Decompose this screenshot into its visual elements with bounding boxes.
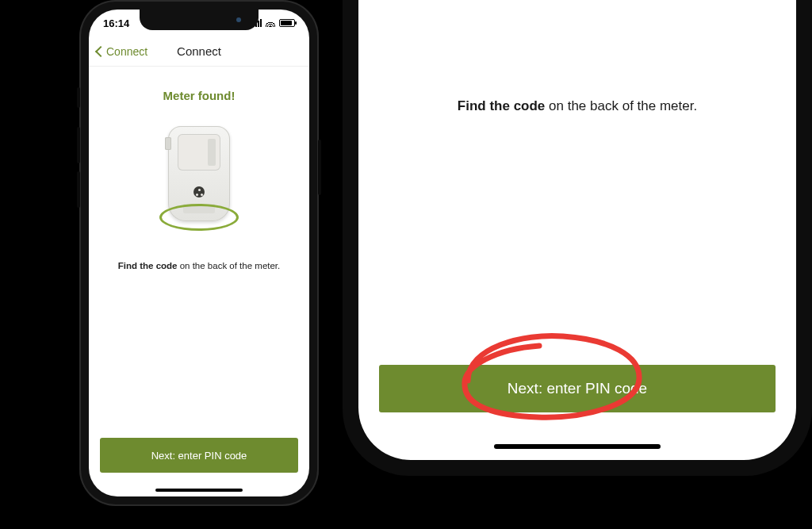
cta-label: Next: enter PIN code [151, 450, 247, 462]
meter-connector-icon [193, 186, 205, 197]
phone-screen-right: Find the code on the back of the meter. … [358, 0, 796, 460]
phone-mockup-right: Find the code on the back of the meter. … [343, 0, 812, 476]
meter-screen-icon [178, 134, 220, 171]
volume-down-button [77, 171, 80, 208]
power-button [318, 140, 321, 195]
home-indicator [494, 444, 661, 449]
phone-screen-left: 16:14 Connect Connect Meter found! [89, 10, 309, 496]
instruction-bold: Find the code [458, 98, 546, 113]
meter-illustration [155, 121, 243, 240]
wifi-icon [265, 19, 276, 27]
notch [140, 10, 259, 30]
battery-icon [279, 19, 295, 27]
meter-port-icon [165, 137, 171, 150]
instruction-rest: on the back of the meter. [545, 98, 697, 113]
back-label: Connect [106, 45, 147, 58]
cta-label: Next: enter PIN code [508, 380, 647, 397]
camera-dot-icon [236, 17, 241, 22]
mute-switch [77, 87, 80, 108]
headline: Meter found! [89, 89, 309, 102]
next-enter-pin-button[interactable]: Next: enter PIN code [100, 438, 298, 473]
home-indicator [155, 489, 243, 492]
content-area: Meter found! Find the code on the back o… [89, 67, 309, 270]
page-title: Connect [177, 44, 221, 58]
nav-bar: Connect Connect [89, 36, 309, 67]
back-button[interactable]: Connect [97, 45, 147, 58]
instruction-text: Find the code on the back of the meter. [89, 261, 309, 270]
next-enter-pin-button[interactable]: Next: enter PIN code [379, 365, 776, 412]
chevron-left-icon [95, 45, 106, 56]
instruction-text: Find the code on the back of the meter. [358, 98, 796, 114]
highlight-ring-icon [159, 204, 239, 231]
status-time: 16:14 [103, 17, 129, 29]
instruction-rest: on the back of the meter. [177, 261, 280, 270]
volume-up-button [77, 127, 80, 163]
status-icons [253, 19, 295, 27]
instruction-bold: Find the code [118, 261, 178, 270]
phone-mockup-left: 16:14 Connect Connect Meter found! [79, 0, 319, 506]
phone-frame-right: Find the code on the back of the meter. … [343, 0, 812, 476]
